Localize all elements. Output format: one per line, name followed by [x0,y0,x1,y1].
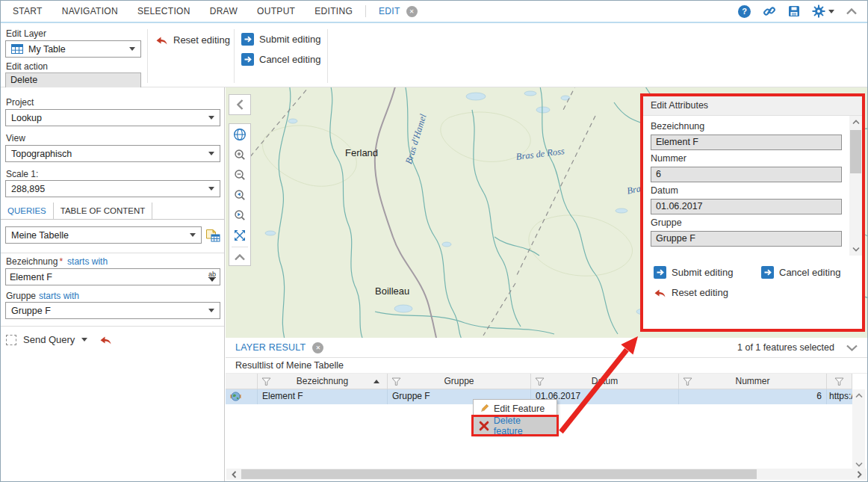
header-icon-column [226,374,258,389]
column-header-bezeichnung[interactable]: Bezeichnung [258,374,388,389]
reset-query-icon[interactable] [99,334,112,345]
panel-cancel-editing-button[interactable]: Cancel editing [761,266,840,279]
panel-submit-editing-button[interactable]: Submit editing [654,266,733,279]
filter1-input[interactable]: Element F ab [5,268,220,285]
text-suggest-icon[interactable]: ab [208,272,216,282]
attr-input-gruppe[interactable]: Gruppe F [651,231,842,247]
filter-icon[interactable] [261,377,271,386]
zoom-in-button[interactable] [229,144,250,164]
result-vertical-scrollbar[interactable] [852,389,865,471]
table-picker-button[interactable] [204,226,222,244]
link-icon[interactable] [763,4,776,18]
scrollbar-thumb[interactable] [850,130,861,173]
tab-selection[interactable]: SELECTION [128,1,200,22]
undo-icon [155,34,168,46]
tab-edit-active[interactable]: EDIT [369,1,404,22]
cell-bezeichnung[interactable]: Element F [258,389,388,404]
scroll-up-icon[interactable] [849,116,862,129]
save-icon[interactable] [788,5,800,17]
scroll-down-icon[interactable] [849,243,862,256]
full-world-extent-button[interactable] [229,124,250,144]
view-dropdown[interactable]: Topographisch [5,145,220,162]
close-result-tab-icon[interactable]: ✕ [312,342,323,353]
sidebar-tab-bar: QUERIES TABLE OF CONTENT [1,203,224,220]
result-horizontal-scrollbar[interactable] [226,469,867,480]
scroll-right-icon[interactable] [853,469,865,480]
reset-editing-button[interactable]: Reset editing [155,34,230,46]
collapse-toolbar-button[interactable] [229,249,250,265]
project-dropdown[interactable]: Lookup [5,109,220,126]
ribbon-tab-bar: START NAVIGATION SELECTION DRAW OUTPUT E… [1,1,867,23]
cell-url[interactable]: https:/ [827,389,852,404]
filter-icon[interactable] [535,377,545,386]
table-page-icon [205,229,220,242]
attr-input-datum[interactable]: 01.06.2017 [651,199,842,214]
full-extent-button[interactable] [229,225,250,245]
context-delete-feature[interactable]: Delete feature [474,417,557,434]
tab-table-of-content[interactable]: TABLE OF CONTENT [54,203,153,219]
previous-extent-button[interactable] [229,185,250,205]
query-table-dropdown[interactable]: Meine Tabelle [5,226,202,244]
context-delete-label: Delete feature [494,415,551,436]
attr-input-bezeichnung[interactable]: Element F [651,135,842,150]
attributes-scrollbar[interactable] [849,116,862,256]
attr-input-nummer[interactable]: 6 [651,167,842,182]
panel-submit-label: Submit editing [672,267,733,278]
scale-dropdown[interactable]: 288,895 [5,180,220,197]
scrollbar-thumb[interactable] [241,469,757,479]
tab-navigation[interactable]: NAVIGATION [52,1,128,22]
tab-draw[interactable]: DRAW [200,1,247,22]
full-extent-icon [234,229,246,241]
help-icon[interactable]: ? [738,5,751,18]
filter2-dropdown[interactable]: Gruppe F [5,302,220,319]
ribbon-separator [327,29,328,83]
close-edit-tab-icon[interactable]: ✕ [406,6,418,17]
edit-attributes-form: Bezeichnung Element F Nummer 6 Datum 01.… [643,116,849,256]
tab-start[interactable]: START [3,1,52,22]
column-header-nummer[interactable]: Nummer [679,374,827,389]
edit-layer-dropdown[interactable]: My Table [5,40,141,58]
ribbon-separator [147,29,148,83]
zoom-out-button[interactable] [229,164,250,185]
filter-icon[interactable] [834,377,844,386]
dropdown-caret-icon [208,116,214,120]
filter-icon[interactable] [683,377,692,386]
collapse-ribbon-icon[interactable] [846,8,857,15]
tab-output[interactable]: OUTPUT [247,1,305,22]
view-value: Topographisch [11,149,72,159]
map-toolbar [229,123,251,266]
layer-result-tab[interactable]: LAYER RESULT [235,342,306,353]
tab-queries[interactable]: QUERIES [1,203,54,219]
send-query-button[interactable]: Send Query [23,334,75,345]
ribbon-separator [234,29,235,83]
panel-reset-editing-button[interactable]: Reset editing [654,287,728,298]
tab-editing[interactable]: EDITING [305,1,362,22]
selection-status: 1 of 1 features selected [737,342,846,353]
globe-icon [233,128,247,141]
zoom-to-feature-icon[interactable] [230,391,241,402]
undo-icon [654,287,666,298]
settings-menu-button[interactable] [812,4,834,18]
collapse-result-panel-icon[interactable] [846,344,858,351]
column-header-gruppe[interactable]: Gruppe [388,374,531,389]
send-query-caret-icon[interactable] [81,338,87,342]
submit-editing-button[interactable]: Submit editing [241,33,320,46]
cancel-editing-button[interactable]: Cancel editing [241,53,320,66]
edit-layer-value: My Table [28,44,66,55]
row-icon-cell[interactable] [226,389,258,404]
sort-ascending-icon[interactable] [373,380,379,383]
column-label: Bezeichnung [297,376,348,386]
column-header-datum[interactable]: Datum [531,374,679,389]
filter-icon[interactable] [391,377,401,386]
result-table-header: Bezeichnung Gruppe Datum Nummer [226,374,852,389]
column-header-url[interactable] [827,374,852,389]
edit-action-field[interactable]: Delete [5,72,141,88]
cancel-arrow-icon [761,266,774,279]
next-extent-button[interactable] [229,205,250,225]
scroll-left-icon[interactable] [228,469,240,480]
filter2-value: Gruppe F [11,306,51,316]
collapse-map-tools-button[interactable] [229,94,251,115]
attr-label: Datum [651,185,842,196]
scroll-up-icon[interactable] [852,389,865,402]
cell-nummer[interactable]: 6 [679,389,827,404]
